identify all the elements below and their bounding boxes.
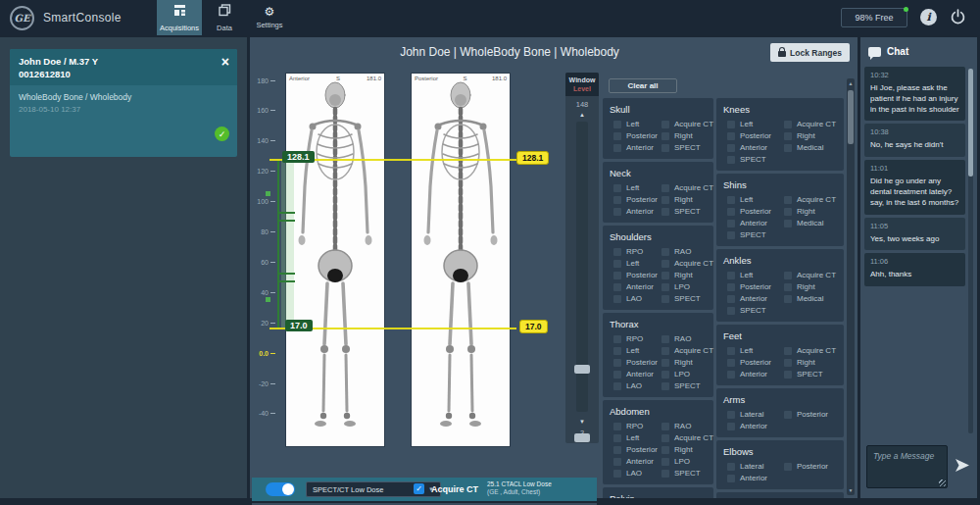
- window-level-slider[interactable]: [576, 122, 588, 412]
- scroll-down-icon[interactable]: ▼: [847, 487, 855, 493]
- option-checkbox[interactable]: [662, 260, 669, 268]
- acquisition-option[interactable]: Acquire CT: [658, 346, 713, 355]
- resize-grip-icon[interactable]: [939, 480, 946, 486]
- acquisition-option[interactable]: Acquire CT: [780, 346, 837, 355]
- option-checkbox[interactable]: [613, 382, 621, 390]
- option-checkbox[interactable]: [613, 423, 621, 430]
- acquisition-option[interactable]: Posterior: [723, 207, 780, 216]
- acquisition-option[interactable]: Anterior: [723, 422, 780, 430]
- acquisition-option[interactable]: Right: [780, 358, 837, 367]
- range-handle[interactable]: [266, 191, 270, 196]
- acquisition-option[interactable]: Acquire CT: [658, 433, 713, 442]
- option-checkbox[interactable]: [662, 434, 669, 442]
- lower-range-value-right[interactable]: 17.0: [519, 320, 548, 333]
- option-checkbox[interactable]: [613, 434, 621, 442]
- acquisition-option[interactable]: Lateral: [723, 410, 780, 419]
- acquisition-option[interactable]: LAO: [610, 469, 658, 478]
- acquisition-option[interactable]: RAO: [658, 247, 713, 256]
- option-checkbox[interactable]: [727, 231, 735, 239]
- acquisition-option[interactable]: SPECT: [723, 155, 780, 164]
- acquisition-option[interactable]: Right: [658, 195, 713, 204]
- acquisition-option[interactable]: Medical: [780, 143, 837, 152]
- option-checkbox[interactable]: [613, 144, 621, 152]
- option-checkbox[interactable]: [613, 458, 621, 466]
- acquisition-option[interactable]: Anterior: [723, 370, 780, 379]
- option-checkbox[interactable]: [784, 359, 792, 367]
- option-checkbox[interactable]: [613, 371, 621, 379]
- acquisition-option[interactable]: SPECT: [658, 381, 713, 390]
- scan-image[interactable]: Anterior S 181.0: [286, 74, 384, 446]
- acquisition-option[interactable]: Anterior: [610, 207, 658, 216]
- acquisition-option[interactable]: Medical: [780, 294, 837, 303]
- acquisition-option[interactable]: Acquire CT: [780, 195, 837, 204]
- option-checkbox[interactable]: [727, 283, 735, 291]
- scrollbar-thumb[interactable]: [968, 69, 973, 177]
- acquisition-option[interactable]: Left: [723, 271, 780, 279]
- option-checkbox[interactable]: [662, 121, 669, 128]
- acquisition-option[interactable]: SPECT: [658, 207, 713, 216]
- acquisition-option[interactable]: Anterior: [610, 370, 658, 379]
- option-checkbox[interactable]: [662, 295, 669, 303]
- acquisition-option[interactable]: Left: [610, 259, 658, 268]
- info-icon[interactable]: i: [920, 9, 937, 25]
- window-level-thumb-upper[interactable]: [574, 365, 590, 374]
- scan-image[interactable]: Posterior S 181.0: [412, 74, 510, 446]
- tab-acquisitions[interactable]: Acquisitions: [157, 0, 202, 35]
- option-checkbox[interactable]: [727, 220, 735, 227]
- acquisition-option[interactable]: Posterior: [610, 195, 658, 204]
- option-checkbox[interactable]: [727, 144, 735, 152]
- scrollbar-thumb[interactable]: [848, 90, 854, 144]
- acquisition-option[interactable]: Posterior: [780, 462, 837, 471]
- option-checkbox[interactable]: [727, 295, 735, 303]
- acquisition-option[interactable]: LPO: [658, 370, 713, 379]
- chat-message-input[interactable]: [866, 445, 948, 488]
- option-checkbox[interactable]: [727, 423, 735, 430]
- option-checkbox[interactable]: [662, 359, 669, 367]
- acquisition-option[interactable]: Right: [658, 271, 713, 279]
- acquisition-option[interactable]: Posterior: [610, 445, 658, 454]
- acquisition-option[interactable]: Posterior: [610, 358, 658, 367]
- option-checkbox[interactable]: [662, 335, 669, 343]
- acquisition-option[interactable]: Posterior: [610, 131, 658, 140]
- option-checkbox[interactable]: [784, 272, 792, 279]
- option-checkbox[interactable]: [727, 121, 735, 128]
- option-checkbox[interactable]: [662, 423, 669, 430]
- acquisition-option[interactable]: SPECT: [723, 306, 780, 315]
- acquisition-option[interactable]: LPO: [658, 457, 713, 466]
- option-checkbox[interactable]: [662, 458, 669, 466]
- upper-range-value-right[interactable]: 128.1: [516, 151, 549, 165]
- option-checkbox[interactable]: [613, 272, 621, 279]
- option-checkbox[interactable]: [662, 208, 669, 216]
- acquisition-option[interactable]: Posterior: [610, 271, 658, 279]
- acquisition-option[interactable]: Right: [658, 445, 713, 454]
- acquisition-option[interactable]: Posterior: [723, 282, 780, 291]
- acquisition-option[interactable]: Right: [780, 282, 837, 291]
- option-checkbox[interactable]: [662, 144, 669, 152]
- option-checkbox[interactable]: [784, 283, 792, 291]
- option-checkbox[interactable]: [662, 283, 669, 291]
- option-checkbox[interactable]: [784, 208, 792, 216]
- option-checkbox[interactable]: [613, 335, 621, 343]
- acquire-ct-checkbox[interactable]: [414, 483, 424, 494]
- acquisition-option[interactable]: Posterior: [723, 131, 780, 140]
- acquisition-option[interactable]: Anterior: [610, 457, 658, 466]
- acquisition-option[interactable]: Anterior: [610, 143, 658, 152]
- option-checkbox[interactable]: [613, 121, 621, 128]
- acquisition-option[interactable]: SPECT: [780, 370, 837, 379]
- acquisition-option[interactable]: Left: [610, 183, 658, 192]
- scan-range-line[interactable]: [277, 159, 279, 328]
- acquisition-option[interactable]: Anterior: [723, 219, 780, 227]
- option-checkbox[interactable]: [662, 196, 669, 204]
- acquisition-option[interactable]: SPECT: [658, 294, 713, 303]
- scroll-up-icon[interactable]: ▲: [847, 80, 855, 86]
- acquisition-option[interactable]: Anterior: [723, 143, 780, 152]
- option-checkbox[interactable]: [727, 475, 735, 482]
- option-checkbox[interactable]: [662, 132, 669, 140]
- option-checkbox[interactable]: [727, 156, 735, 164]
- acquisition-option[interactable]: SPECT: [658, 469, 713, 478]
- option-checkbox[interactable]: [613, 446, 621, 454]
- acquisition-option[interactable]: SPECT: [723, 230, 780, 239]
- acquisition-option[interactable]: Left: [610, 346, 658, 355]
- acquisition-option[interactable]: LAO: [610, 381, 658, 390]
- acquisition-option[interactable]: RAO: [658, 334, 713, 343]
